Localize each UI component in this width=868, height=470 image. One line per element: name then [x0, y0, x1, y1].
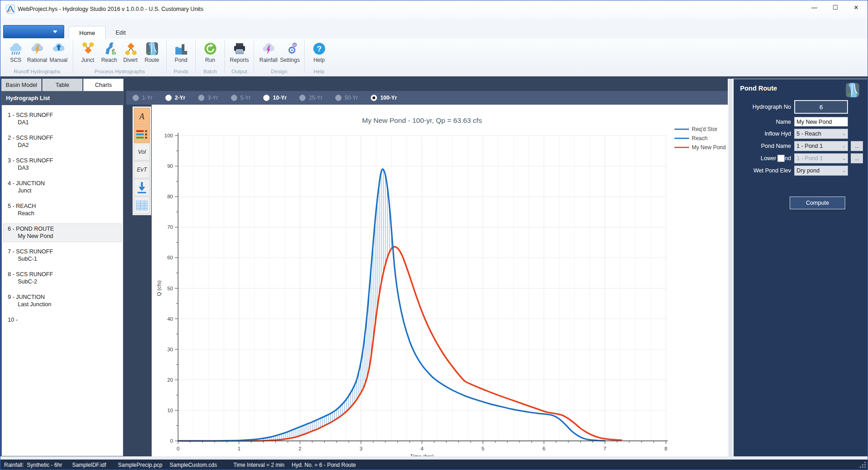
radio-label: 25-Yr	[309, 95, 322, 101]
svg-text:5: 5	[481, 446, 484, 451]
return-period-2-yr[interactable]: 2-Yr	[165, 95, 185, 101]
tool-label: Vol	[138, 149, 146, 155]
app-menu-button[interactable]	[3, 25, 64, 38]
compute-button[interactable]: Compute	[790, 197, 845, 209]
svg-text:4: 4	[420, 446, 424, 451]
legend-label: My New Pond	[692, 144, 726, 151]
lower-pond-checkbox[interactable]	[777, 155, 785, 162]
list-item-hydrograph-1[interactable]: 1 - SCS RUNOFFDA1	[3, 110, 122, 128]
data-table-button[interactable]	[134, 197, 150, 214]
panel-splitter[interactable]	[728, 79, 734, 456]
ribbon-group-label: Runoff Hydrographs	[14, 68, 61, 76]
run-button[interactable]: Run	[199, 40, 221, 68]
wet-pond-elev-select[interactable]: Dry pond⌄	[794, 166, 848, 176]
radio-icon	[133, 95, 139, 101]
hydrograph-list-header: Hydrograph List	[2, 91, 123, 105]
minimize-icon[interactable]: —	[804, 0, 825, 14]
svg-text:60: 60	[167, 255, 173, 260]
list-item-hydrograph-2[interactable]: 2 - SCS RUNOFFDA2	[3, 132, 122, 151]
return-period-50-yr: 50-Yr	[335, 95, 358, 101]
radio-label: 50-Yr	[345, 95, 358, 101]
help-button[interactable]: ?Help	[308, 40, 330, 68]
svg-text:1: 1	[238, 446, 240, 451]
button-label: Divert	[123, 57, 138, 63]
group-separator	[304, 40, 305, 73]
manual-button[interactable]: Manual	[48, 40, 69, 68]
route-button[interactable]: Route	[141, 40, 163, 68]
lower-pond-select[interactable]: 1 - Pond 1⌄	[794, 153, 848, 163]
radio-label: 2-Yr	[175, 95, 185, 101]
pond-button[interactable]: Pond	[170, 40, 192, 68]
button-label: Rational	[27, 57, 47, 63]
list-item-hydrograph-3[interactable]: 3 - SCS RUNOFFDA3	[3, 155, 122, 174]
tab-table[interactable]: Table	[42, 79, 82, 91]
hydrograph-type: 5 - REACH	[8, 202, 121, 210]
list-item-hydrograph-8[interactable]: 8 - SCS RUNOFFSubC-2	[3, 269, 122, 288]
chevron-down-icon: ⌄	[842, 168, 846, 173]
svg-text:90: 90	[167, 163, 173, 169]
ribbon-group-label: Design	[271, 68, 287, 76]
scs-button[interactable]: SCS	[5, 40, 26, 68]
inflow-hyd-select[interactable]: 5 - Reach⌄	[794, 129, 848, 139]
ribbon-group-label: Ponds	[174, 68, 189, 76]
cloud-rain-icon	[9, 41, 23, 56]
line-colors-button[interactable]	[134, 126, 150, 143]
radio-icon[interactable]	[371, 95, 377, 101]
return-period-bar: 1-Yr2-Yr3-Yr5-Yr10-Yr25-Yr50-Yr100-Yr	[126, 91, 728, 105]
divert-button[interactable]: Divert	[120, 40, 141, 68]
list-item-hydrograph-7[interactable]: 7 - SCS RUNOFFSubC-1	[3, 246, 122, 265]
hydrograph-name: SubC-1	[8, 255, 121, 263]
hydrograph-name: DA1	[8, 119, 121, 126]
return-period-100-yr[interactable]: 100-Yr	[371, 95, 397, 101]
volume-button[interactable]: Vol	[134, 143, 150, 161]
rational-button[interactable]: Rational	[26, 40, 48, 68]
tab-charts[interactable]: Charts	[83, 79, 123, 91]
junction-icon	[81, 41, 95, 56]
font-style-button[interactable]: A	[134, 108, 150, 125]
svg-text:50: 50	[167, 286, 173, 291]
rainfall-button[interactable]: Rainfall	[258, 40, 279, 68]
reports-button[interactable]: Reports	[229, 40, 250, 68]
hydrograph-type: 3 - SCS RUNOFF	[8, 157, 121, 164]
status-item: SamplePrecip.pcp	[118, 462, 162, 468]
list-item-hydrograph-4[interactable]: 4 - JUNCTIONJunct	[3, 178, 122, 197]
hydrograph-type: 9 - JUNCTION	[8, 293, 121, 301]
button-label: Settings	[280, 57, 300, 63]
reach-button[interactable]: Reach	[98, 40, 120, 68]
status-item: Time Interval = 2 min	[234, 462, 285, 468]
junct-button[interactable]: Junct	[77, 40, 98, 68]
radio-icon[interactable]	[263, 95, 270, 101]
resize-grip-icon[interactable]	[860, 462, 866, 468]
tab-basin-model[interactable]: Basin Model	[1, 79, 41, 91]
radio-label: 1-Yr	[142, 95, 153, 101]
button-label: Help	[313, 57, 325, 63]
evt-button[interactable]: EvT	[134, 161, 150, 178]
name-input[interactable]	[794, 117, 848, 126]
settings-button[interactable]: ⚙⚙Settings	[279, 40, 301, 68]
return-period-10-yr[interactable]: 10-Yr	[263, 95, 286, 101]
svg-text:⚙: ⚙	[292, 41, 297, 48]
ribbon-tab-edit[interactable]: Edit	[106, 26, 136, 39]
legend-lines-icon	[134, 127, 149, 142]
list-item-hydrograph-6[interactable]: 6 - POND ROUTEMy New Pond	[3, 223, 122, 242]
pond-name-select[interactable]: 1 - Pond 1⌄	[794, 141, 848, 151]
ribbon-group-runoff-hydrographs: SCSRationalManualRunoff Hydrographs	[2, 39, 72, 76]
radio-icon[interactable]	[165, 95, 172, 101]
return-period-5-yr: 5-Yr	[231, 95, 251, 101]
export-button[interactable]	[134, 179, 150, 196]
waterfall-icon	[145, 41, 159, 56]
ribbon-tab-home[interactable]: Home	[69, 26, 106, 39]
list-item-hydrograph-10[interactable]: 10 -	[3, 314, 122, 326]
radio-label: 100-Yr	[380, 95, 397, 101]
list-item-hydrograph-5[interactable]: 5 - REACHReach	[3, 201, 122, 219]
name-label: Name	[734, 119, 794, 125]
maximize-icon[interactable]: ☐	[825, 0, 846, 14]
return-period-25-yr: 25-Yr	[299, 95, 322, 101]
pond-name-more-button[interactable]: ...	[851, 141, 863, 151]
close-icon[interactable]: ✕	[846, 0, 867, 14]
lower-pond-label: Lower Pond	[734, 155, 794, 162]
cloud-lightning-icon	[30, 41, 45, 56]
status-item: SampleIDF.idf	[72, 462, 106, 468]
lower-pond-more-button[interactable]: ...	[851, 153, 863, 163]
list-item-hydrograph-9[interactable]: 9 - JUNCTIONLast Junction	[3, 292, 122, 310]
